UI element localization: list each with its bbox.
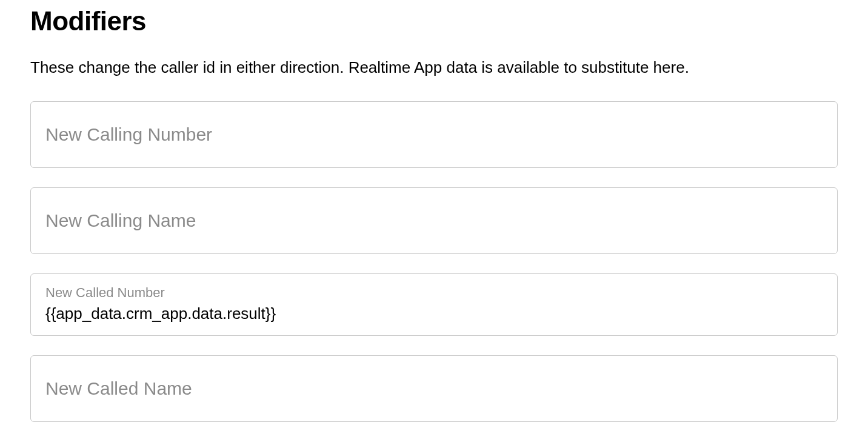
section-description: These change the caller id in either dir… bbox=[30, 58, 838, 77]
called-name-field[interactable]: New Called Name bbox=[30, 355, 838, 422]
calling-name-field[interactable]: New Calling Name bbox=[30, 187, 838, 254]
called-number-field[interactable]: New Called Number {{app_data.crm_app.dat… bbox=[30, 273, 838, 336]
calling-number-field[interactable]: New Calling Number bbox=[30, 101, 838, 168]
section-title: Modifiers bbox=[30, 6, 838, 36]
